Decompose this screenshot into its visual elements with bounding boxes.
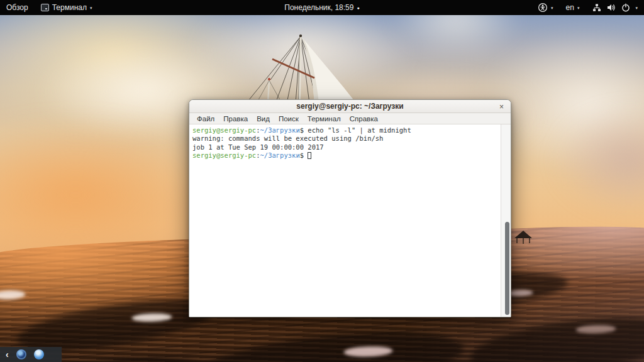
volume-icon [606,3,616,13]
chevron-down-icon: ▾ [577,6,580,10]
power-icon [621,3,631,13]
chevron-down-icon: ▾ [551,6,553,10]
terminal-window: sergiy@sergiy-pc: ~/Загрузки × Файл Прав… [189,99,511,317]
activities-label: Обзор [6,3,28,12]
scrollbar-thumb[interactable] [505,222,509,315]
terminal-app-icon [41,4,49,11]
prompt-dollar: $ [300,151,304,159]
terminal-line-output: job 1 at Tue Sep 19 00:00:00 2017 [192,143,498,151]
desktop: Обзор Терминал ▾ Понедельник, 18:59 ● [0,0,644,362]
terminal-viewport[interactable]: sergiy@sergiy-pc:~/Загрузки$ echo "ls -l… [189,124,511,317]
wave [197,322,465,362]
command-text: echo "ls -l" | at midnight [304,126,411,134]
prompt-path: ~/Загрузки [260,126,299,134]
bottom-panel: ‹ [0,347,62,362]
prompt-user: sergiy@sergiy-pc [192,126,256,134]
menu-search[interactable]: Поиск [274,115,303,123]
chevron-down-icon: ▾ [90,6,92,10]
menu-file[interactable]: Файл [192,115,219,123]
accessibility-menu[interactable]: ▾ [531,0,560,15]
accessibility-icon [538,3,548,13]
terminal-line-prompt: sergiy@sergiy-pc:~/Загрузки$ [192,151,498,160]
input-source-label: en [566,3,574,12]
window-title: sergiy@sergiy-pc: ~/Загрузки [296,102,403,111]
top-bar: Обзор Терминал ▾ Понедельник, 18:59 ● [0,0,644,15]
terminal-cursor [308,152,311,159]
menu-terminal[interactable]: Терминал [303,115,345,123]
app-icon[interactable] [34,349,44,359]
app-menu[interactable]: Терминал ▾ [35,0,99,15]
chevron-down-icon: ▾ [635,6,638,10]
terminal-text: sergiy@sergiy-pc:~/Загрузки$ echo "ls -l… [192,126,498,160]
scrollbar[interactable] [501,124,511,317]
terminal-line-output: warning: commands will be executed using… [192,134,498,143]
sailboat-mast [239,15,415,103]
network-wired-icon [592,3,602,13]
system-menu[interactable]: ▾ [586,0,644,15]
app-icon[interactable] [16,349,26,359]
wave-foam [0,290,25,300]
notification-dot: ● [357,6,359,10]
terminal-line-command: sergiy@sergiy-pc:~/Загрузки$ echo "ls -l… [192,126,498,134]
input-source-menu[interactable]: en ▾ [560,0,586,15]
menu-edit[interactable]: Правка [219,115,252,123]
chevron-left-icon[interactable]: ‹ [6,350,9,359]
clock-label: Понедельник, 18:59 [284,3,353,12]
close-button[interactable]: × [497,102,506,111]
prompt-user: sergiy@sergiy-pc [192,151,256,159]
prompt-path: ~/Загрузки [260,151,299,159]
menu-help[interactable]: Справка [345,115,382,123]
menubar: Файл Правка Вид Поиск Терминал Справка [189,113,511,124]
clock-button[interactable]: Понедельник, 18:59 ● [278,0,365,15]
titlebar[interactable]: sergiy@sergiy-pc: ~/Загрузки × [189,100,511,113]
app-menu-label: Терминал [52,3,87,12]
activities-button[interactable]: Обзор [0,0,35,15]
menu-view[interactable]: Вид [252,115,274,123]
stilt-hut [513,230,535,245]
